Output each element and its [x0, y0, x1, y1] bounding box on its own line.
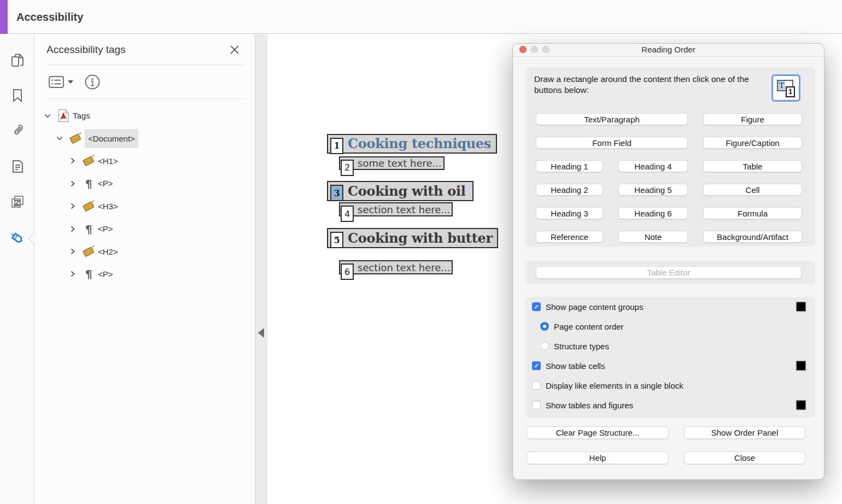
option-label[interactable]: Show tables and figures — [546, 401, 633, 410]
zoom-window-icon[interactable] — [542, 46, 549, 53]
reading-order-number-selected[interactable]: 3 — [330, 185, 343, 201]
tag-icon — [81, 154, 96, 167]
chevron-right-icon[interactable] — [68, 202, 77, 210]
chevron-right-icon[interactable] — [68, 225, 77, 233]
info-icon[interactable] — [84, 74, 101, 90]
help-button[interactable]: Help — [527, 452, 669, 464]
option-label[interactable]: Structure types — [554, 342, 609, 351]
option-label[interactable]: Page content order — [554, 322, 624, 331]
content-panel-icon[interactable] — [9, 158, 26, 174]
content-block-paragraph[interactable]: 6 section text here... — [339, 260, 453, 274]
block-text: Cooking with butter — [348, 230, 493, 246]
paragraph-icon: ¶ — [81, 222, 96, 236]
heading-2-button[interactable]: Heading 2 — [536, 184, 603, 196]
content-block-paragraph[interactable]: 4 section text here... — [339, 202, 453, 216]
tag-type-buttons: Text/Paragraph Figure Form Field Figure/… — [536, 113, 802, 243]
show-page-content-groups-checkbox[interactable] — [532, 302, 541, 311]
close-button[interactable]: Close — [684, 452, 805, 464]
page-content-order-radio[interactable] — [540, 322, 549, 331]
option-row: Show page content groups — [525, 297, 815, 317]
clear-page-structure-button[interactable]: Clear Page Structure... — [527, 426, 669, 439]
reading-order-number[interactable]: 6 — [341, 263, 354, 280]
reference-button[interactable]: Reference — [536, 231, 603, 243]
reading-order-dialog: Reading Order Draw a rectangle around th… — [512, 43, 825, 480]
tree-row-tags[interactable]: Tags — [35, 104, 255, 127]
form-field-button[interactable]: Form Field — [536, 137, 688, 149]
heading-6-button[interactable]: Heading 6 — [618, 207, 688, 219]
show-tables-figures-checkbox[interactable] — [532, 401, 541, 409]
panel-splitter[interactable] — [255, 34, 267, 504]
order-panel-icon[interactable] — [9, 194, 26, 210]
heading-4-button[interactable]: Heading 4 — [618, 160, 688, 172]
cell-button[interactable]: Cell — [703, 184, 802, 196]
option-row: Structure types — [525, 336, 815, 356]
tree-row-h2[interactable]: <H2> — [35, 240, 255, 262]
accessibility-tags-panel: Accessibility tags — [35, 34, 255, 504]
tree-row-h1[interactable]: <H1> — [35, 150, 255, 172]
option-label[interactable]: Show page content groups — [546, 302, 643, 312]
chevron-right-icon[interactable] — [68, 248, 77, 256]
background-artifact-button[interactable]: Background/Artifact — [703, 231, 802, 243]
show-table-cells-checkbox[interactable] — [532, 361, 541, 370]
dialog-title: Reading Order — [513, 44, 824, 57]
left-tool-rail — [0, 34, 34, 504]
tree-row-p[interactable]: ¶ <P> — [35, 218, 255, 240]
attachments-icon[interactable] — [9, 122, 26, 138]
tables-figures-color-swatch[interactable] — [796, 400, 806, 410]
collapse-panel-icon[interactable] — [258, 328, 264, 338]
text-paragraph-button[interactable]: Text/Paragraph — [536, 113, 688, 125]
page-title: Accessibility — [16, 0, 83, 34]
heading-1-button[interactable]: Heading 1 — [536, 160, 603, 172]
reading-order-number[interactable]: 4 — [341, 206, 354, 222]
display-like-elements-checkbox[interactable] — [532, 381, 541, 390]
structure-types-radio[interactable] — [540, 342, 549, 350]
tree-label: <Document> — [85, 129, 138, 148]
tree-row-h3[interactable]: <H3> — [35, 195, 255, 218]
figure-caption-button[interactable]: Figure/Caption — [703, 137, 802, 149]
option-row: Show tables and figures — [525, 395, 815, 415]
formula-button[interactable]: Formula — [703, 207, 802, 219]
pdf-file-icon — [56, 109, 71, 122]
option-label[interactable]: Show table cells — [546, 361, 605, 371]
chevron-right-icon[interactable] — [68, 270, 77, 278]
heading-5-button[interactable]: Heading 5 — [618, 184, 688, 196]
chevron-down-icon — [68, 80, 73, 84]
tree-row-p[interactable]: ¶ <P> — [35, 263, 255, 285]
accessibility-tags-icon[interactable] — [9, 231, 26, 247]
content-block-heading1[interactable]: 1 Cooking techniques — [327, 134, 497, 154]
note-button[interactable]: Note — [618, 231, 688, 243]
tag-icon — [81, 245, 96, 258]
minimize-window-icon[interactable] — [531, 46, 538, 53]
content-block-heading2[interactable]: 5 Cooking with butter — [327, 228, 498, 248]
reading-order-number[interactable]: 1 — [330, 138, 343, 154]
chevron-right-icon[interactable] — [68, 179, 77, 187]
page-content-color-swatch[interactable] — [796, 302, 806, 312]
purple-accent-bar — [0, 0, 8, 34]
page-thumbnails-icon[interactable] — [9, 52, 26, 68]
table-button[interactable]: Table — [703, 160, 802, 172]
content-block-heading3[interactable]: 3 Cooking with oil — [327, 181, 473, 201]
dialog-titlebar[interactable]: Reading Order — [513, 44, 824, 57]
chevron-down-icon[interactable] — [43, 112, 51, 120]
reading-order-tool-t: T — [778, 81, 785, 90]
tree-row-document[interactable]: <Document> — [35, 127, 255, 149]
option-row: Page content order — [525, 317, 815, 336]
close-icon[interactable] — [230, 45, 239, 55]
bookmarks-icon[interactable] — [9, 87, 26, 103]
table-cells-color-swatch[interactable] — [796, 361, 806, 371]
content-block-paragraph[interactable]: 2 some text here... — [339, 156, 445, 170]
reading-order-number[interactable]: 5 — [330, 232, 343, 248]
tag-options-icon[interactable] — [48, 75, 73, 89]
display-options-group: Show page content groups Page content or… — [525, 297, 815, 418]
chevron-right-icon[interactable] — [68, 157, 77, 165]
close-window-icon[interactable] — [519, 46, 527, 53]
show-order-panel-button[interactable]: Show Order Panel — [684, 426, 805, 439]
chevron-down-icon[interactable] — [55, 134, 63, 143]
option-label[interactable]: Display like elements in a single block — [546, 381, 683, 390]
heading-3-button[interactable]: Heading 3 — [536, 207, 603, 219]
tree-label: <P> — [98, 224, 113, 233]
reading-order-number[interactable]: 2 — [341, 160, 354, 176]
table-editor-button[interactable]: Table Editor — [536, 266, 802, 279]
tree-row-p[interactable]: ¶ <P> — [35, 172, 255, 195]
figure-button[interactable]: Figure — [703, 113, 802, 125]
